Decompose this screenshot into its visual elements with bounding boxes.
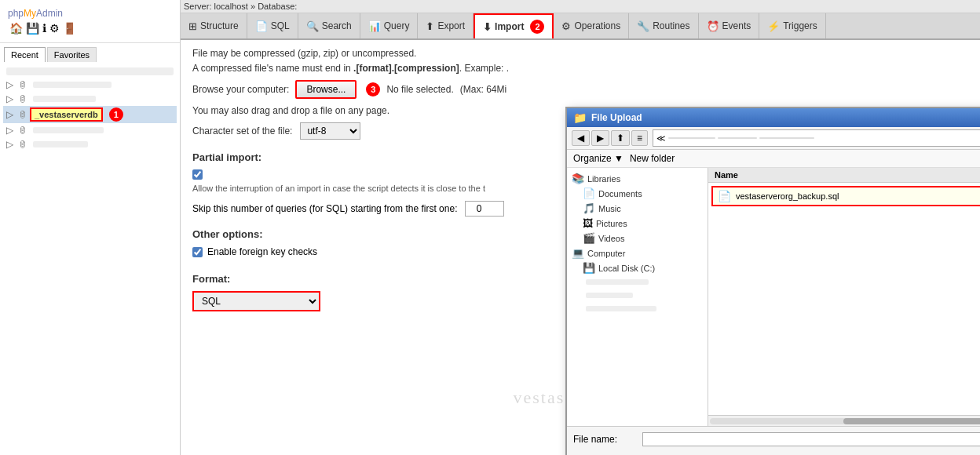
desc2: A compressed file's name must end in .[f… xyxy=(192,63,968,74)
db-placeholder-1 xyxy=(6,67,174,75)
path-seg1[interactable] xyxy=(668,137,715,139)
desc1: File may be compressed (gzip, zip) or un… xyxy=(192,48,968,59)
tab-query[interactable]: 📊 Query xyxy=(360,13,419,38)
tab-sql[interactable]: 📄 SQL xyxy=(247,13,298,38)
dialog-actions-toolbar: Organize ▼ New folder ⊞ ▼ xyxy=(567,150,980,168)
logo: phpMyAdmin 🏠 💾 ℹ ⚙ 🚪 xyxy=(0,0,180,43)
file-name-label: vestaserverorg_backup.sql xyxy=(736,191,980,201)
list-item-vestaserverdb[interactable]: ▷ 🛢 _vestaserverdb 1 xyxy=(3,106,177,123)
tree-ph2 xyxy=(586,293,633,298)
dialog-bottom: File name: All Files Open Cancel xyxy=(567,426,980,455)
tab-search[interactable]: 🔍 Search xyxy=(298,13,360,38)
tab-structure[interactable]: ⊞ Structure xyxy=(181,13,247,38)
foreign-key-checkbox[interactable] xyxy=(192,247,203,257)
settings-icon[interactable]: ⚙ xyxy=(49,22,60,35)
path-seg2[interactable] xyxy=(718,137,757,139)
file-item-backup-sql[interactable]: 📄 vestaserverorg_backup.sql 9/17/2022 1:… xyxy=(711,186,980,206)
tab-favorites[interactable]: Favorites xyxy=(47,47,97,62)
step1-badge: 1 xyxy=(109,107,123,122)
db-name-placeholder xyxy=(33,141,88,147)
dialog-titlebar: 📁 File Upload ✕ xyxy=(567,108,980,127)
documents-label: Documents xyxy=(598,189,642,198)
path-seg3[interactable] xyxy=(759,137,814,139)
tab-operations[interactable]: ⚙ Operations xyxy=(554,13,629,38)
dialog-nav-toolbar: ◀ ▶ ⬆ ≡ ≪ ↻ Search 00 xyxy=(567,127,980,150)
dialog-actions: Open Cancel xyxy=(573,452,980,455)
expand-icon: ▷ xyxy=(6,79,13,90)
recent-button[interactable]: ≡ xyxy=(631,130,648,146)
forward-button[interactable]: ▶ xyxy=(591,130,609,146)
back-button[interactable]: ◀ xyxy=(572,130,590,146)
up-button[interactable]: ⬆ xyxy=(611,130,630,146)
skip-input[interactable] xyxy=(465,201,504,217)
home-icon[interactable]: 🏠 xyxy=(9,22,23,35)
tab-structure-label: Structure xyxy=(200,20,239,31)
filename-input[interactable] xyxy=(642,432,980,446)
events-icon: ⏰ xyxy=(707,20,719,32)
computer-icon: 💻 xyxy=(572,247,584,259)
skip-label: Skip this number of queries (for SQL) st… xyxy=(192,203,457,214)
sidebar-tab-bar: Recent Favorites xyxy=(0,43,180,62)
dialog-title-icon: 📁 xyxy=(573,111,587,124)
list-item[interactable]: ▷ 🛢 xyxy=(3,123,177,137)
tree-placeholder-1[interactable] xyxy=(567,275,708,289)
tree-placeholder-3[interactable] xyxy=(567,302,708,315)
db-icon: 🛢 xyxy=(18,110,27,119)
scroll-thumb xyxy=(843,418,980,424)
step2-badge: 2 xyxy=(530,20,544,34)
music-label: Music xyxy=(598,204,621,213)
list-item[interactable]: ▷ 🛢 xyxy=(3,137,177,151)
db-icon: 🛢 xyxy=(18,80,27,89)
tab-recent[interactable]: Recent xyxy=(4,47,46,62)
tab-query-label: Query xyxy=(384,20,410,31)
tab-routines-label: Routines xyxy=(653,20,689,31)
tab-export-label: Export xyxy=(437,20,465,31)
no-file-text: No file selected. xyxy=(386,84,453,95)
tree-item-libraries[interactable]: 📚 Libraries xyxy=(567,171,708,186)
db-icon: 🛢 xyxy=(18,94,27,104)
list-item[interactable]: ▷ 🛢 xyxy=(3,78,177,92)
tab-events-label: Events xyxy=(722,20,751,31)
computer-label: Computer xyxy=(587,249,625,258)
tab-search-label: Search xyxy=(322,20,352,31)
db-name-placeholder xyxy=(33,127,104,133)
nav-tabs: ⊞ Structure 📄 SQL 🔍 Search 📊 Query ⬆ Exp… xyxy=(181,13,980,40)
local-disk-label: Local Disk (C:) xyxy=(598,264,655,273)
charset-select[interactable]: utf-8 utf-16 latin1 ascii xyxy=(300,122,360,140)
tree-item-videos[interactable]: 🎬 Videos xyxy=(567,231,708,246)
videos-label: Videos xyxy=(598,234,624,243)
tab-routines[interactable]: 🔧 Routines xyxy=(629,13,698,38)
horizontal-scrollbar[interactable] xyxy=(708,415,980,426)
tree-item-local-disk[interactable]: 💾 Local Disk (C:) xyxy=(567,260,708,275)
format-select[interactable]: SQL CSV CSV using LOAD DATA JSON XML xyxy=(192,291,320,311)
tree-item-pictures[interactable]: 🖼 Pictures xyxy=(567,216,708,231)
tree-item-computer[interactable]: 💻 Computer xyxy=(567,246,708,260)
db-icon: 🛢 xyxy=(18,126,27,135)
documents-icon: 📄 xyxy=(583,187,595,199)
topbar: Server: localhost » Database: xyxy=(181,0,980,13)
sidebar-icon-row: 🏠 💾 ℹ ⚙ 🚪 xyxy=(8,22,172,35)
browse-row: Browse your computer: Browse... 3 No fil… xyxy=(192,80,968,99)
info-icon[interactable]: ℹ xyxy=(42,22,46,35)
new-folder-button[interactable]: New folder xyxy=(630,153,675,164)
tree-placeholder-2[interactable] xyxy=(567,289,708,302)
tab-triggers[interactable]: ⚡ Triggers xyxy=(759,13,826,38)
tab-export[interactable]: ⬆ Export xyxy=(418,13,474,38)
database-icon[interactable]: 💾 xyxy=(26,22,39,35)
expand-icon: ▷ xyxy=(6,139,13,150)
tree-item-documents[interactable]: 📄 Documents xyxy=(567,186,708,201)
tab-triggers-label: Triggers xyxy=(783,20,817,31)
exit-icon[interactable]: 🚪 xyxy=(63,22,76,35)
import-icon: ⬇ xyxy=(483,21,492,33)
partial-checkbox[interactable] xyxy=(192,169,203,180)
export-icon: ⬆ xyxy=(426,20,434,32)
tab-events[interactable]: ⏰ Events xyxy=(699,13,760,38)
query-icon: 📊 xyxy=(368,20,381,32)
tab-import-label: Import xyxy=(495,21,524,32)
tree-item-music[interactable]: 🎵 Music xyxy=(567,201,708,216)
browse-button[interactable]: Browse... xyxy=(295,80,357,99)
tab-import[interactable]: ⬇ Import 2 xyxy=(474,13,554,40)
sidebar: phpMyAdmin 🏠 💾 ℹ ⚙ 🚪 Recent Favorites ▷ … xyxy=(0,0,181,455)
organize-button[interactable]: Organize ▼ xyxy=(573,153,623,164)
list-item[interactable]: ▷ 🛢 xyxy=(3,92,177,106)
